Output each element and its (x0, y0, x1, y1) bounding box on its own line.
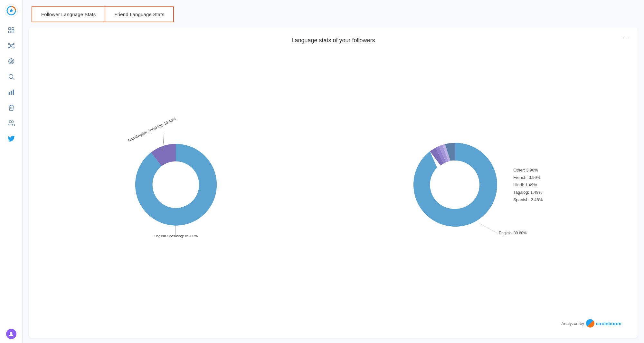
sidebar-item-dashboard[interactable] (5, 24, 18, 37)
english-pct-label: English: 89.60% (499, 231, 527, 235)
donut-hole (431, 161, 479, 209)
right-chart-wrap: English: 89.60% Other: 3.96% French: 0.9… (404, 127, 543, 243)
user-avatar[interactable] (6, 329, 16, 339)
right-chart-legend: Other: 3.96% French: 0.99% Hindi: 1.49% … (513, 168, 543, 202)
sidebar-bottom (6, 329, 16, 339)
legend-other: Other: 3.96% (513, 168, 543, 172)
sidebar-item-search[interactable] (5, 70, 18, 83)
chart-card: Language stats of your followers ··· (29, 27, 638, 338)
svg-line-26 (479, 223, 497, 233)
svg-rect-23 (13, 90, 14, 95)
svg-point-2 (10, 9, 13, 12)
sidebar (0, 0, 23, 343)
sidebar-item-twitter[interactable] (5, 132, 18, 145)
sidebar-item-users[interactable] (5, 117, 18, 130)
brand-footer: Analyzed by circleboom (42, 319, 625, 331)
sidebar-item-delete[interactable] (5, 101, 18, 114)
svg-point-25 (10, 332, 12, 334)
svg-rect-21 (8, 92, 10, 95)
svg-line-20 (13, 78, 14, 80)
svg-rect-4 (12, 28, 14, 30)
more-options-button[interactable]: ··· (622, 34, 630, 41)
svg-point-18 (11, 61, 12, 62)
legend-tagalog: Tagalog: 1.49% (513, 190, 543, 195)
svg-line-13 (11, 44, 13, 45)
right-donut-chart: English: 89.60% (404, 127, 507, 243)
svg-rect-22 (11, 91, 12, 95)
legend-spanish: Spanish: 2.48% (513, 197, 543, 202)
english-segment (135, 144, 217, 225)
sidebar-item-target[interactable] (5, 55, 18, 68)
svg-rect-3 (8, 28, 10, 30)
tab-follower-language[interactable]: Follower Language Stats (32, 6, 105, 22)
analyzed-by-text: Analyzed by (561, 321, 584, 326)
svg-line-12 (9, 44, 11, 45)
svg-line-15 (11, 47, 13, 47)
svg-point-24 (9, 121, 11, 123)
app-logo[interactable] (5, 4, 18, 17)
brand-name: circleboom (596, 321, 621, 326)
circleboom-logo: circleboom (586, 319, 621, 328)
svg-rect-5 (8, 31, 10, 33)
svg-rect-6 (12, 31, 14, 33)
svg-line-14 (9, 47, 11, 47)
tab-friend-language[interactable]: Friend Language Stats (105, 6, 174, 22)
tabs-bar: Follower Language Stats Friend Language … (23, 0, 644, 22)
main-content: Follower Language Stats Friend Language … (23, 0, 644, 343)
svg-point-7 (10, 45, 12, 47)
svg-point-19 (9, 74, 13, 79)
chart-title: Language stats of your followers (42, 37, 625, 44)
charts-row: Non-English Speaking: 10.40% English Spe… (42, 50, 625, 319)
legend-hindi: Hindi: 1.49% (513, 182, 543, 187)
left-donut-chart: Non-English Speaking: 10.40% English Spe… (124, 123, 233, 246)
legend-french: French: 0.99% (513, 175, 543, 180)
sidebar-item-network[interactable] (5, 39, 18, 52)
brand-circle-icon (586, 319, 594, 328)
sidebar-item-analytics[interactable] (5, 86, 18, 99)
non-english-label: Non-English Speaking: 10.40% (127, 116, 176, 142)
